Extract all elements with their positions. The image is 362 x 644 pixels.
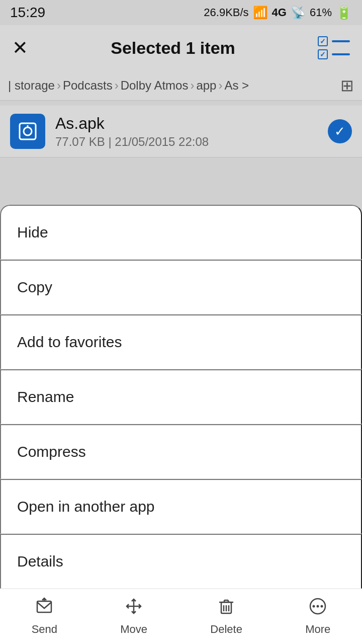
svg-point-1 [24, 127, 32, 135]
top-bar: ✕ Selected 1 item ✓ ✓ [0, 25, 362, 70]
status-time: 15:29 [10, 5, 45, 21]
svg-rect-3 [37, 601, 51, 612]
file-area: As.apk 77.07 KB | 21/05/2015 22:08 ✓ [0, 101, 362, 163]
menu-add-favorites[interactable]: Add to favorites [0, 314, 362, 369]
breadcrumb[interactable]: | storage › Podcasts › Dolby Atmos › app… [0, 70, 362, 101]
nav-delete[interactable]: Delete [210, 597, 242, 636]
more-icon [309, 597, 327, 620]
network-type: 4G [272, 6, 287, 19]
signal-icon: 📶 [253, 6, 268, 20]
menu-compress[interactable]: Compress [0, 424, 362, 479]
breadcrumb-dolby[interactable]: Dolby Atmos [121, 78, 189, 93]
menu-hide[interactable]: Hide [0, 205, 362, 260]
menu-details[interactable]: Details [0, 534, 362, 589]
move-icon [125, 597, 143, 620]
grid-view-icon[interactable]: ⊞ [340, 76, 354, 95]
menu-list: Hide Copy Add to favorites Rename Compre… [0, 205, 362, 589]
network-speed: 26.9KB/s [204, 6, 248, 19]
breadcrumb-storage[interactable]: | storage [8, 78, 55, 93]
close-button[interactable]: ✕ [12, 37, 28, 59]
selection-title: Selected 1 item [111, 38, 235, 58]
menu-open-another-app[interactable]: Open in another app [0, 479, 362, 534]
file-apk-icon [10, 114, 45, 149]
breadcrumb-as[interactable]: As > [224, 78, 249, 93]
file-meta: 77.07 KB | 21/05/2015 22:08 [55, 135, 328, 149]
nav-more[interactable]: More [305, 597, 330, 636]
file-name: As.apk [55, 114, 328, 133]
file-item[interactable]: As.apk 77.07 KB | 21/05/2015 22:08 ✓ [0, 106, 362, 157]
checklist-icon[interactable]: ✓ ✓ [318, 36, 350, 59]
wifi-icon: 📡 [291, 6, 306, 20]
file-date: 21/05/2015 22:08 [115, 135, 209, 148]
file-size: 77.07 KB [55, 135, 105, 148]
nav-move[interactable]: Move [120, 597, 147, 636]
svg-point-16 [313, 605, 315, 608]
breadcrumb-podcasts[interactable]: Podcasts [63, 78, 113, 93]
battery-level: 61% [310, 6, 332, 19]
file-meta-sep: | [108, 135, 115, 148]
file-info: As.apk 77.07 KB | 21/05/2015 22:08 [55, 114, 328, 149]
menu-rename[interactable]: Rename [0, 369, 362, 424]
nav-send[interactable]: Send [32, 597, 57, 636]
move-label: Move [120, 623, 147, 636]
svg-point-17 [317, 605, 319, 608]
send-icon [35, 597, 53, 620]
breadcrumb-app[interactable]: app [196, 78, 216, 93]
file-selected-check: ✓ [328, 119, 352, 143]
battery-icon: 🔋 [336, 5, 352, 21]
delete-label: Delete [210, 623, 242, 636]
status-icons: 26.9KB/s 📶 4G 📡 61% 🔋 [204, 5, 352, 21]
send-label: Send [32, 623, 57, 636]
bottom-sheet: Hide Copy Add to favorites Rename Compre… [0, 205, 362, 644]
more-label: More [305, 623, 330, 636]
status-bar: 15:29 26.9KB/s 📶 4G 📡 61% 🔋 [0, 0, 362, 25]
svg-point-18 [321, 605, 323, 608]
bottom-nav: Send Move [0, 589, 362, 644]
menu-copy[interactable]: Copy [0, 260, 362, 314]
delete-icon [217, 597, 235, 620]
